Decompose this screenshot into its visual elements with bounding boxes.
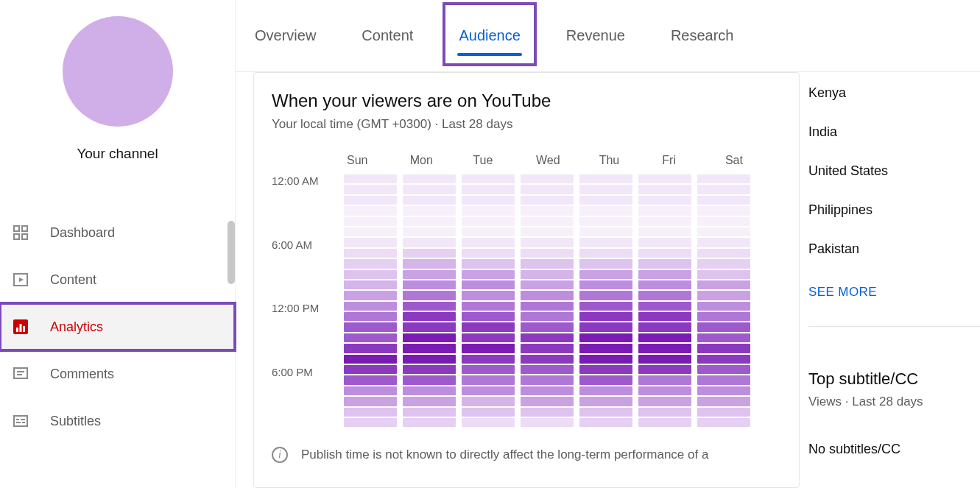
heatmap-cell[interactable]: [579, 312, 632, 321]
heatmap-cell[interactable]: [579, 365, 632, 374]
heatmap-cell[interactable]: [462, 270, 515, 279]
heatmap-cell[interactable]: [403, 249, 456, 258]
heatmap-cell[interactable]: [579, 227, 632, 236]
heatmap-cell[interactable]: [638, 217, 691, 226]
heatmap-cell[interactable]: [638, 280, 691, 289]
heatmap-cell[interactable]: [638, 302, 691, 311]
heatmap-cell[interactable]: [344, 333, 397, 342]
heatmap-cell[interactable]: [403, 238, 456, 247]
heatmap-cell[interactable]: [697, 397, 750, 406]
heatmap-cell[interactable]: [638, 344, 691, 353]
tab-revenue[interactable]: Revenue: [565, 20, 627, 52]
heatmap-cell[interactable]: [521, 355, 574, 364]
heatmap-cell[interactable]: [462, 312, 515, 321]
heatmap-cell[interactable]: [344, 259, 397, 268]
heatmap-cell[interactable]: [579, 206, 632, 215]
heatmap-cell[interactable]: [638, 386, 691, 395]
heatmap-cell[interactable]: [579, 196, 632, 205]
heatmap-cell[interactable]: [521, 418, 574, 427]
heatmap-cell[interactable]: [697, 355, 750, 364]
heatmap-cell[interactable]: [403, 227, 456, 236]
heatmap-cell[interactable]: [579, 291, 632, 300]
heatmap-cell[interactable]: [344, 365, 397, 374]
heatmap-cell[interactable]: [462, 365, 515, 374]
sidebar-item-dashboard[interactable]: Dashboard: [0, 209, 235, 256]
heatmap-cell[interactable]: [638, 174, 691, 183]
heatmap-cell[interactable]: [579, 280, 632, 289]
heatmap-cell[interactable]: [403, 174, 456, 183]
tab-research[interactable]: Research: [669, 20, 736, 52]
heatmap-cell[interactable]: [579, 386, 632, 395]
heatmap-cell[interactable]: [697, 270, 750, 279]
heatmap-cell[interactable]: [579, 397, 632, 406]
heatmap-cell[interactable]: [579, 333, 632, 342]
heatmap-cell[interactable]: [521, 217, 574, 226]
heatmap-cell[interactable]: [638, 333, 691, 342]
scrollbar-thumb[interactable]: [228, 221, 235, 284]
heatmap-cell[interactable]: [403, 302, 456, 311]
heatmap-cell[interactable]: [403, 312, 456, 321]
heatmap-cell[interactable]: [521, 397, 574, 406]
heatmap-cell[interactable]: [462, 375, 515, 384]
heatmap-cell[interactable]: [344, 270, 397, 279]
heatmap-cell[interactable]: [462, 217, 515, 226]
heatmap-cell[interactable]: [697, 174, 750, 183]
heatmap-cell[interactable]: [638, 259, 691, 268]
heatmap-cell[interactable]: [697, 408, 750, 417]
tab-audience[interactable]: Audience: [457, 20, 521, 52]
sidebar-item-comments[interactable]: Comments: [0, 350, 235, 397]
heatmap-cell[interactable]: [344, 291, 397, 300]
heatmap-cell[interactable]: [344, 312, 397, 321]
heatmap-cell[interactable]: [403, 280, 456, 289]
heatmap-cell[interactable]: [697, 196, 750, 205]
heatmap-cell[interactable]: [638, 312, 691, 321]
heatmap-cell[interactable]: [697, 365, 750, 374]
heatmap-cell[interactable]: [638, 375, 691, 384]
heatmap-cell[interactable]: [462, 196, 515, 205]
heatmap-cell[interactable]: [344, 196, 397, 205]
heatmap-cell[interactable]: [697, 418, 750, 427]
heatmap-cell[interactable]: [697, 206, 750, 215]
heatmap-cell[interactable]: [462, 302, 515, 311]
heatmap-cell[interactable]: [521, 302, 574, 311]
heatmap-cell[interactable]: [579, 302, 632, 311]
heatmap-cell[interactable]: [403, 375, 456, 384]
heatmap-cell[interactable]: [638, 355, 691, 364]
heatmap-cell[interactable]: [521, 365, 574, 374]
heatmap-cell[interactable]: [638, 408, 691, 417]
heatmap-cell[interactable]: [521, 322, 574, 331]
heatmap-cell[interactable]: [521, 291, 574, 300]
heatmap-cell[interactable]: [462, 280, 515, 289]
heatmap-cell[interactable]: [344, 375, 397, 384]
heatmap-cell[interactable]: [638, 249, 691, 258]
sidebar-item-subtitles[interactable]: Subtitles: [0, 397, 235, 445]
heatmap-cell[interactable]: [579, 249, 632, 258]
heatmap-cell[interactable]: [579, 355, 632, 364]
heatmap-cell[interactable]: [638, 185, 691, 194]
heatmap-cell[interactable]: [579, 322, 632, 331]
heatmap-cell[interactable]: [521, 344, 574, 353]
heatmap-cell[interactable]: [697, 333, 750, 342]
heatmap-cell[interactable]: [344, 217, 397, 226]
heatmap-cell[interactable]: [638, 365, 691, 374]
heatmap-cell[interactable]: [462, 249, 515, 258]
heatmap-cell[interactable]: [697, 185, 750, 194]
heatmap-cell[interactable]: [403, 206, 456, 215]
heatmap-cell[interactable]: [521, 312, 574, 321]
sidebar-item-analytics[interactable]: Analytics: [0, 303, 235, 350]
heatmap-cell[interactable]: [521, 227, 574, 236]
heatmap-cell[interactable]: [462, 174, 515, 183]
heatmap-cell[interactable]: [344, 408, 397, 417]
heatmap-cell[interactable]: [638, 397, 691, 406]
heatmap-cell[interactable]: [697, 227, 750, 236]
heatmap-cell[interactable]: [579, 174, 632, 183]
heatmap-cell[interactable]: [579, 217, 632, 226]
heatmap-cell[interactable]: [697, 322, 750, 331]
sidebar-item-content[interactable]: Content: [0, 256, 235, 303]
heatmap-cell[interactable]: [579, 375, 632, 384]
heatmap-cell[interactable]: [521, 333, 574, 342]
heatmap-cell[interactable]: [344, 322, 397, 331]
heatmap-cell[interactable]: [462, 291, 515, 300]
heatmap-cell[interactable]: [579, 418, 632, 427]
heatmap-cell[interactable]: [521, 185, 574, 194]
